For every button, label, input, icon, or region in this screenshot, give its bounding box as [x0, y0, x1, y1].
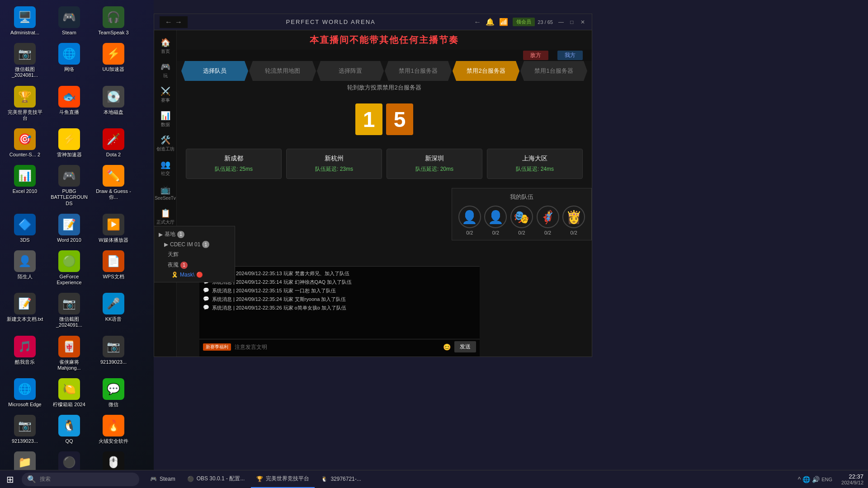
- desktop-icon-network[interactable]: 🌐 网络: [49, 41, 90, 80]
- desktop-icon-fish-live[interactable]: 🐟 斗鱼直播: [49, 84, 90, 123]
- icon-img-lemon-box: 🍋: [58, 378, 80, 400]
- tray-show-icon[interactable]: ^: [798, 476, 801, 483]
- chat-msg-text-4: 系统消息 | 2024/09/12-22:35:26 玩家 o简单女孩o 加入了…: [212, 305, 346, 311]
- desktop-icon-administrator[interactable]: 🖥️ Administrat...: [5, 5, 45, 38]
- tree-section-base[interactable]: ▶基地1: [157, 229, 232, 239]
- step-tab-4[interactable]: 禁用2台服务器: [453, 61, 519, 81]
- start-button[interactable]: ⊞: [0, 470, 20, 488]
- sidebar-nav-item-5[interactable]: 👥 社交: [156, 157, 175, 179]
- step-tab-2[interactable]: 选择阵置: [317, 61, 384, 81]
- taskbar-clock[interactable]: 22:37 2024/9/12: [837, 473, 868, 485]
- icon-label-kk-voice: KK语音: [105, 316, 122, 322]
- back-icon[interactable]: ←: [474, 18, 481, 26]
- icon-label-new-text: 新建文本文档.txt: [7, 316, 43, 322]
- taskbar-item-1[interactable]: ⚫ OBS 30.0.1 - 配置...: [182, 471, 250, 488]
- desktop-icon-beauty-world[interactable]: 🏆 完美世界竞技平台: [5, 84, 45, 123]
- desktop-icon-3ds[interactable]: 🔷 3DS: [5, 212, 45, 245]
- tree-cdec[interactable]: ▶CDEC IM 011: [157, 239, 232, 249]
- sidebar-nav-item-2[interactable]: ⚔️ 赛事: [156, 84, 175, 106]
- icon-label-teamspeak: TeamSpeak 3: [98, 30, 128, 36]
- server-card-2[interactable]: 新深圳 队伍延迟: 20ms: [387, 149, 482, 179]
- tray-network-icon[interactable]: 🌐: [802, 476, 810, 483]
- sidebar-nav-item-4[interactable]: 🛠️ 创造工坊: [156, 132, 175, 155]
- member-info: 领会员 23 / 65: [513, 18, 553, 26]
- desktop-icon-kk-voice[interactable]: 🎤 KK语音: [93, 291, 134, 330]
- desktop-icon-draw-guess[interactable]: ✏️ Draw & Guess - 你...: [93, 163, 134, 208]
- desktop-icon-excel2010[interactable]: 📊 Excel 2010: [5, 163, 45, 208]
- tray-volume-icon[interactable]: 🔊: [812, 476, 820, 483]
- server-card-0[interactable]: 新成都 队伍延迟: 25ms: [186, 149, 282, 179]
- desktop-icon-new-text[interactable]: 📝 新建文本文档.txt: [5, 291, 45, 330]
- icon-label-3ds: 3DS: [20, 237, 29, 243]
- sidebar-nav-item-7[interactable]: 📋 正式大厅: [156, 206, 175, 228]
- icon-label-lemon-box: 柠檬箱箱 2024: [53, 402, 85, 408]
- taskbar-item-label-2: 完美世界竞技平台: [266, 475, 309, 483]
- desktop-icon-steam[interactable]: 🎮 Steam: [49, 5, 90, 38]
- desktop-icon-geforce[interactable]: 🟢 GeForce Experience: [49, 249, 90, 287]
- step-tab-5[interactable]: 禁用1台服务器: [520, 61, 587, 81]
- step-tab-3[interactable]: 禁用1台服务器: [385, 61, 452, 81]
- icon-img-counter-s2: 🎯: [14, 128, 36, 150]
- desktop-icon-dota2[interactable]: 🗡️ Dota 2: [93, 127, 134, 160]
- icon-img-word2010: 📝: [58, 214, 80, 235]
- sidebar-nav-item-0[interactable]: 🏠 首页: [156, 35, 175, 57]
- sidebar-nav-item-6[interactable]: 📺 SeeSeeTv: [156, 181, 175, 204]
- step-tab-1[interactable]: 轮流禁用地图: [249, 61, 316, 81]
- signal-icon[interactable]: 📶: [499, 18, 508, 26]
- desktop-icon-local-disk[interactable]: 💽 本地磁盘: [93, 84, 134, 123]
- taskbar-search[interactable]: 🔍 搜索: [22, 473, 139, 486]
- avatar-score-4: 0/2: [571, 230, 577, 235]
- member-badge[interactable]: 领会员: [513, 18, 535, 26]
- server-card-3[interactable]: 上海大区 队伍延迟: 24ms: [487, 149, 583, 179]
- sidebar-nav-item-1[interactable]: 🎮 玩: [156, 59, 175, 82]
- tree-yexiao[interactable]: 夜魇1: [157, 260, 232, 270]
- desktop-icon-teamspeak[interactable]: 🎧 TeamSpeak 3: [93, 5, 134, 38]
- desktop-icon-word2010[interactable]: 📝 Word 2010: [49, 212, 90, 245]
- desktop-icon-thunder-speed[interactable]: ⚡ 雷神加速器: [49, 127, 90, 160]
- desktop-icon-pubg[interactable]: 🎮 PUBG BATTLEGROUNDS: [49, 163, 90, 208]
- tree-tianhui[interactable]: 天辉: [157, 249, 232, 260]
- desktop-icon-lemon-box[interactable]: 🍋 柠檬箱箱 2024: [49, 376, 90, 409]
- taskbar-item-0[interactable]: 🎮 Steam: [145, 471, 181, 488]
- desktop-icon-edge[interactable]: 🌐 Microsoft Edge: [5, 376, 45, 409]
- desktop-icon-stranger[interactable]: 👤 陌生人: [5, 249, 45, 287]
- icon-label-excel2010: Excel 2010: [13, 188, 37, 194]
- icon-label-fire-security: 火绒安全软件: [99, 438, 128, 444]
- step-tab-0[interactable]: 选择队员: [181, 61, 248, 81]
- desktop-icon-uu-speed[interactable]: ⚡ UU加速器: [93, 41, 134, 80]
- maximize-button[interactable]: □: [568, 19, 576, 26]
- taskbar-item-label-0: Steam: [160, 476, 175, 482]
- nav-forward[interactable]: →: [175, 18, 182, 26]
- desktop-icon-qq-app[interactable]: 🐧 QQ: [49, 413, 90, 446]
- minimize-button[interactable]: —: [557, 19, 565, 26]
- sidebar-nav-icon-7: 📋: [160, 208, 170, 218]
- sidebar-nav-item-3[interactable]: 📊 数据: [156, 108, 175, 131]
- close-button[interactable]: ✕: [579, 19, 586, 26]
- desktop-icon-wps-docs[interactable]: 📄 WPS文档: [93, 249, 134, 287]
- chat-input[interactable]: [235, 344, 439, 350]
- desktop-icon-kuwo[interactable]: 🎵 酷我音乐: [5, 334, 45, 373]
- desktop-icon-qq-photos2[interactable]: 📷 92139023...: [93, 334, 134, 373]
- emoji-icon[interactable]: 😊: [443, 343, 451, 351]
- nav-back[interactable]: ←: [165, 18, 172, 26]
- icon-img-qq-photos2: 📷: [103, 336, 124, 357]
- team-avatar-0: 👤 0/2: [458, 206, 481, 235]
- tree-user-mask[interactable]: 🎗️Mask\🔴: [157, 270, 232, 279]
- notification-icon[interactable]: 🔔: [486, 18, 495, 26]
- server-card-1[interactable]: 新杭州 队伍延迟: 23ms: [286, 149, 382, 179]
- icon-label-stranger: 陌生人: [18, 274, 33, 280]
- taskbar-item-2[interactable]: 🏆 完美世界竞技平台: [251, 471, 315, 488]
- desktop-icon-mahjong[interactable]: 🀄 雀侠麻将 Mahjong...: [49, 334, 90, 373]
- server-grid: 新成都 队伍延迟: 25ms 新杭州 队伍延迟: 23ms 新深圳 队伍延迟: …: [177, 144, 592, 188]
- desktop-icon-wechat-photos[interactable]: 📷 微信截图_2024081...: [5, 41, 45, 80]
- currency-display: 23 / 65: [538, 19, 553, 25]
- desktop-icon-wmplayer[interactable]: ▶️ W媒体播放器: [93, 212, 134, 245]
- icon-label-local-disk: 本地磁盘: [104, 109, 123, 115]
- desktop-icon-qq-photos3[interactable]: 📷 92139023...: [5, 413, 45, 446]
- send-button[interactable]: 发送: [454, 341, 476, 352]
- desktop-icon-wechat[interactable]: 💬 微信: [93, 376, 134, 409]
- desktop-icon-fire-security[interactable]: 🔥 火绒安全软件: [93, 413, 134, 446]
- desktop-icon-counter-s2[interactable]: 🎯 Counter-S... 2: [5, 127, 45, 160]
- desktop-icon-new-photos[interactable]: 📷 微信截图_2024091...: [49, 291, 90, 330]
- taskbar-item-3[interactable]: 🐧 32976721-...: [316, 471, 366, 488]
